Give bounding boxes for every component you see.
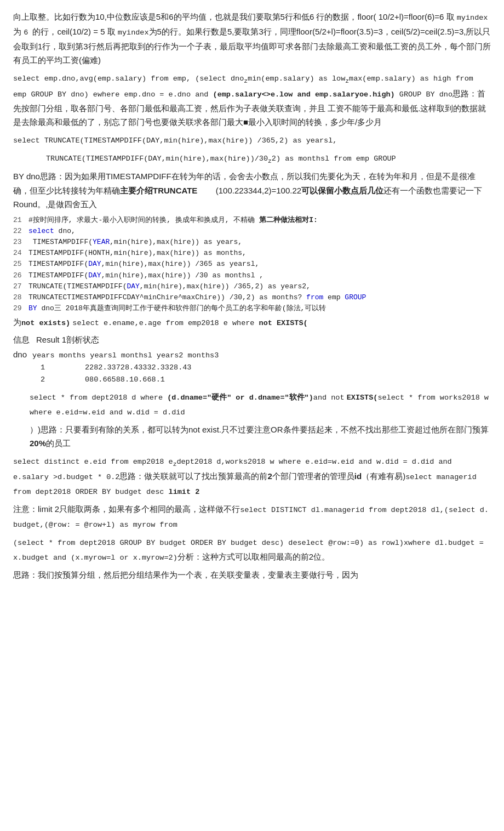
- main-content: 向上取整。比如行数为10,中位数应该是5和6的平均值，也就是我们要取第5行和低6…: [13, 10, 491, 582]
- dno-table: dno years months yearsl monthsl years2 m…: [13, 348, 491, 386]
- numbered-code-block: 21#按时间排序, 求最大-最小入职时间的转换, 换成年和换成月, 不精确 第二…: [13, 215, 491, 314]
- info-status: Result 1剖析状态: [36, 333, 99, 347]
- code-line-4: TRUNCATE(TIMESTAMPDIFF(DAY,min(hire),max…: [46, 151, 491, 167]
- code-line-3: select TRUNCATE(TIMESTAMPDIFF(DAY,min(hi…: [13, 133, 491, 147]
- dno-row-2: 2 080.66588.10.668.1: [41, 374, 491, 386]
- code-line-24: 24TIMESTAMPDIFF(HONTH,min(hire),max(hire…: [13, 248, 491, 259]
- paragraph-8: ）)思路：只要看到有除的关系，都可以转为not exist.只不过要注意OR条件…: [30, 423, 491, 451]
- info-section: 信息 Result 1剖析状态: [13, 333, 491, 347]
- dno-label: dno: [13, 348, 27, 362]
- code-line-21: 21#按时间排序, 求最大-最小入职时间的转换, 换成年和换成月, 不精确 第二…: [13, 215, 491, 226]
- dno-header: years months yearsl monthsl years2 month…: [32, 350, 219, 362]
- paragraph-6: 为not exists) select e.ename,e.age from e…: [13, 315, 491, 330]
- dno-row-1: 1 2282.33728.43332.3328.43: [41, 362, 491, 374]
- code-line-29: 29BY dno三 2018年真题查询同时工作于硬件和软件部门的每个员工的名字和…: [13, 303, 491, 314]
- paragraph-10: 注意：limit 2只能取两条，如果有多个相同的最高，这样做不行select D…: [13, 502, 491, 532]
- paragraph-11: (select * from dept2018 GROUP BY budget …: [13, 535, 491, 565]
- paragraph-2: select emp.dno,avg(emp.salary) from emp,…: [13, 71, 491, 129]
- code-line-25: 25TIMESTAMPDIFF(DAY,min(hire),max(hire))…: [13, 259, 491, 270]
- paragraph-5: BY dno思路：因为如果用TIMESTAMPDIFF在转为年的话，会舍去小数点…: [13, 169, 491, 212]
- paragraph-7: select * from dept2018 d where (d.dname=…: [30, 390, 491, 419]
- code-line-27: 27TRUNCATE(TIMESTAMPDIFF(DAY,min(hire),m…: [13, 281, 491, 292]
- code-line-23: 23 TIMESTAMPDIFF(YEAR,min(hire),max(hire…: [13, 237, 491, 248]
- paragraph-1: 向上取整。比如行数为10,中位数应该是5和6的平均值，也就是我们要取第5行和低6…: [13, 10, 491, 67]
- paragraph-9: select distinct e.eid from emp2018 ezdep…: [13, 454, 491, 499]
- code-line-28: 28TRUNCATECTIMESTAMPDIFFCDAY^minChire^ma…: [13, 292, 491, 303]
- code-line-22: 22select dno,: [13, 226, 491, 237]
- info-label: 信息: [13, 333, 30, 347]
- code-line-26: 26TIMESTAMPDIFF(DAY,min(hire),max(hire))…: [13, 270, 491, 281]
- paragraph-12: 思路：我们按预算分组，然后把分组结果作为一个表，在关联变量表，变量表主要做行号，…: [13, 568, 491, 582]
